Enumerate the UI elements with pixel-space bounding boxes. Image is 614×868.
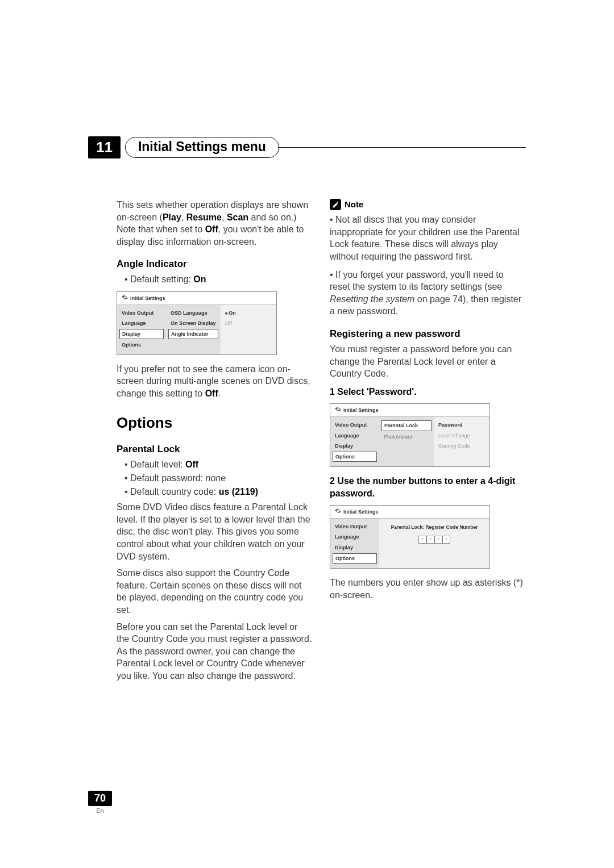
osd-header: Initial Settings <box>330 506 489 519</box>
osd-nav-col: Video Output Language Display Options <box>330 417 379 466</box>
osd-value: Country Code <box>436 441 487 450</box>
osd-right-pane: Parental Lock: Register Code Number * * … <box>379 519 489 568</box>
list-item: Default level: Off <box>125 458 313 471</box>
text-bold: Resume <box>186 212 222 222</box>
note-item: Not all discs that you may consider inap… <box>330 214 526 262</box>
list-item: Default setting: On <box>125 273 313 286</box>
osd-nav-item: Language <box>119 319 164 328</box>
text: Default setting: <box>130 274 193 284</box>
text: Default country code: <box>130 487 219 496</box>
osd-nav-item-selected: Display <box>119 329 164 339</box>
registering-password-heading: Registering a new password <box>330 328 526 341</box>
chapter-header: 11 Initial Settings menu <box>88 136 526 158</box>
manual-page: 11 Initial Settings menu This sets wheth… <box>0 0 614 868</box>
intro-paragraph: This sets whether operation displays are… <box>117 199 313 248</box>
osd-nav-item-selected: Options <box>333 452 377 462</box>
closing-paragraph: The numbers you enter show up as asteris… <box>330 577 526 601</box>
code-entry-boxes: * * * * <box>418 536 450 544</box>
options-heading: Options <box>117 413 313 433</box>
text-bold: Scan <box>227 212 248 222</box>
osd-body: Video Output Language Display Options OS… <box>117 305 276 354</box>
chapter-title-pill: Initial Settings menu <box>125 137 279 158</box>
osd-nav-item: Display <box>333 441 377 450</box>
osd-sub-col: Parental Lock PhotoViewer <box>379 417 434 466</box>
osd-val-col: Password Level Change Country Code <box>434 417 489 466</box>
osd-value: Level Change <box>436 431 487 440</box>
osd-nav-item: Language <box>333 431 377 440</box>
content-columns: This sets whether operation displays are… <box>117 199 526 687</box>
text-bold: Off <box>205 389 218 398</box>
text-bold: Off <box>205 224 218 234</box>
osd-screenshot-angle: Initial Settings Video Output Language D… <box>117 291 277 355</box>
osd-screenshot-code-entry: Initial Settings Video Output Language D… <box>330 505 490 569</box>
osd-nav-item: Language <box>333 532 377 541</box>
note-header: Note <box>330 199 526 210</box>
osd-header: Initial Settings <box>330 404 489 417</box>
osd-value: Off <box>223 319 274 328</box>
text-bold: us (2119) <box>219 487 258 496</box>
osd-right-title: Parental Lock: Register Code Number <box>391 524 478 531</box>
step-2: 2 Use the number buttons to enter a 4-di… <box>330 475 526 499</box>
osd-nav-item: Display <box>333 543 377 552</box>
header-rule <box>278 147 526 148</box>
code-digit: * <box>426 536 434 544</box>
text-bold: Off <box>185 460 198 469</box>
code-digit: * <box>442 536 450 544</box>
osd-value: Password <box>436 420 487 429</box>
parental-p3: Before you can set the Parental Lock lev… <box>117 621 313 682</box>
parental-p2: Some discs also support the Country Code… <box>117 567 313 616</box>
osd-sub-item: On Screen Display <box>168 319 218 328</box>
note-label: Note <box>345 199 363 210</box>
pencil-note-icon <box>330 199 341 210</box>
step-1: 1 Select 'Password'. <box>330 386 526 398</box>
osd-header: Initial Settings <box>117 292 276 305</box>
osd-body: Video Output Language Display Options Pa… <box>330 417 489 466</box>
bullet-list: Default level: Off Default password: non… <box>125 458 313 498</box>
osd-nav-col: Video Output Language Display Options <box>330 519 379 568</box>
bullet-list: Default setting: On <box>125 273 313 286</box>
parental-lock-heading: Parental Lock <box>117 443 313 456</box>
osd-nav-item: Options <box>119 340 164 349</box>
osd-body: Video Output Language Display Options Pa… <box>330 519 489 568</box>
text: Default password: <box>130 473 206 483</box>
right-column: Note Not all discs that you may consider… <box>330 199 526 687</box>
osd-sub-col: OSD Language On Screen Display Angle Ind… <box>166 305 221 354</box>
text: If you forget your password, you'll need… <box>330 270 504 292</box>
osd-title: Initial Settings <box>130 295 165 302</box>
osd-title: Initial Settings <box>343 508 379 515</box>
parental-p1: Some DVD Video discs feature a Parental … <box>117 501 313 562</box>
gear-icon <box>335 508 341 516</box>
angle-indicator-heading: Angle Indicator <box>117 258 313 271</box>
gear-icon <box>335 406 341 414</box>
osd-value: ■On <box>223 308 274 318</box>
page-number: 70 <box>88 791 112 806</box>
text-italic: none <box>206 473 226 483</box>
osd-val-col: ■On Off <box>221 305 276 354</box>
left-column: This sets whether operation displays are… <box>117 199 313 687</box>
text: Default level: <box>130 460 185 469</box>
text-italic: Resetting the system <box>330 294 414 304</box>
angle-paragraph: If you prefer not to see the camera icon… <box>117 363 313 400</box>
osd-screenshot-password: Initial Settings Video Output Language D… <box>330 403 490 467</box>
list-item: Default country code: us (2119) <box>125 486 313 498</box>
osd-sub-item: PhotoViewer <box>381 432 432 441</box>
text: , <box>181 212 186 222</box>
osd-title: Initial Settings <box>343 407 379 414</box>
code-digit: * <box>434 536 442 544</box>
osd-nav-item: Video Output <box>333 420 377 429</box>
osd-nav-col: Video Output Language Display Options <box>117 305 166 354</box>
osd-sub-item-selected: Angle Indicator <box>168 329 218 339</box>
text-bold: Play <box>163 212 181 222</box>
chapter-number-badge: 11 <box>88 136 121 158</box>
page-footer: 70 En <box>88 791 112 814</box>
text: , <box>222 212 227 222</box>
chapter-title: Initial Settings menu <box>138 139 266 154</box>
osd-sub-item: OSD Language <box>168 308 218 318</box>
gear-icon <box>122 294 128 302</box>
note-item: If you forget your password, you'll need… <box>330 269 526 318</box>
page-language: En <box>88 807 112 814</box>
osd-nav-item-selected: Options <box>333 553 377 564</box>
osd-nav-item: Video Output <box>119 308 164 318</box>
text: . <box>218 389 221 398</box>
code-digit: * <box>418 536 426 544</box>
